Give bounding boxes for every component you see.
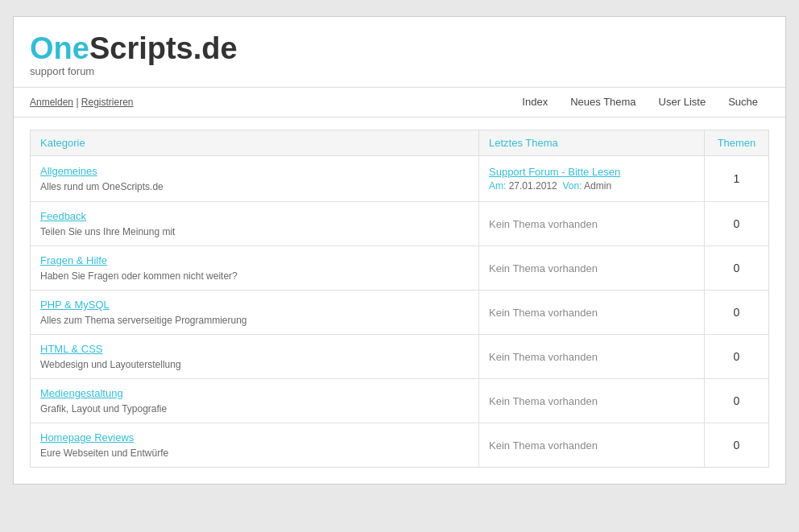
nav-user-liste[interactable]: User Liste xyxy=(648,87,718,118)
no-topic-text: Kein Thema vorhanden xyxy=(489,262,598,274)
no-topic-text: Kein Thema vorhanden xyxy=(489,439,598,452)
category-name[interactable]: HTML & CSS xyxy=(40,343,469,355)
table-row: Homepage ReviewsEure Webseiten und Entwü… xyxy=(31,423,769,468)
table-row: PHP & MySQLAlles zum Thema serverseitige… xyxy=(31,291,769,335)
last-topic-meta: Am: 27.01.2012 Von: Admin xyxy=(489,180,694,192)
category-name[interactable]: Fragen & Hilfe xyxy=(40,254,469,266)
main-nav: Index Neues Thema User Liste Suche xyxy=(511,87,769,118)
th-letztes: Letztes Thema xyxy=(479,130,705,156)
anmelden-link[interactable]: Anmelden xyxy=(30,97,73,108)
last-topic-link[interactable]: Support Forum - Bitte Lesen xyxy=(489,166,620,178)
navbar: Anmelden | Registrieren Index Neues Them… xyxy=(14,87,785,118)
forum-table: Kategorie Letztes Thema Themen Allgemein… xyxy=(30,130,769,468)
table-row: AllgemeinesAlles rund um OneScripts.deSu… xyxy=(31,156,769,202)
themen-count: 0 xyxy=(705,423,769,468)
last-topic-cell: Kein Thema vorhanden xyxy=(479,202,705,246)
logo-subtitle: support forum xyxy=(30,65,238,77)
nav-neues-thema[interactable]: Neues Thema xyxy=(559,87,647,118)
site-logo: OneScripts.de support forum xyxy=(30,33,238,77)
category-name[interactable]: Feedback xyxy=(40,210,469,222)
logo-scripts: Scripts.de xyxy=(89,31,238,65)
themen-count: 1 xyxy=(705,156,769,202)
table-row: FeedbackTeilen Sie uns Ihre Meinung mitK… xyxy=(31,202,769,246)
logo-one: One xyxy=(30,31,89,65)
nav-auth: Anmelden | Registrieren xyxy=(30,97,134,108)
last-topic-cell: Support Forum - Bitte LesenAm: 27.01.201… xyxy=(479,156,705,202)
themen-count: 0 xyxy=(705,335,769,379)
last-topic-cell: Kein Thema vorhanden xyxy=(479,423,705,468)
category-desc: Eure Webseiten und Entwürfe xyxy=(40,447,168,459)
category-name[interactable]: Allgemeines xyxy=(40,165,469,177)
category-name[interactable]: Homepage Reviews xyxy=(40,431,469,443)
no-topic-text: Kein Thema vorhanden xyxy=(489,351,598,363)
last-topic-cell: Kein Thema vorhanden xyxy=(479,246,705,291)
themen-count: 0 xyxy=(705,291,769,335)
table-row: HTML & CSSWebdesign und Layouterstellung… xyxy=(31,335,769,379)
table-row: Fragen & HilfeHaben Sie Fragen oder komm… xyxy=(31,246,769,291)
themen-count: 0 xyxy=(705,202,769,246)
category-desc: Haben Sie Fragen oder kommen nicht weite… xyxy=(40,270,238,282)
category-desc: Alles rund um OneScripts.de xyxy=(40,181,164,192)
no-topic-text: Kein Thema vorhanden xyxy=(489,307,598,319)
last-topic-cell: Kein Thema vorhanden xyxy=(479,379,705,423)
registrieren-link[interactable]: Registrieren xyxy=(81,97,134,108)
category-name[interactable]: Mediengestaltung xyxy=(40,387,469,399)
meta-von-label: Von: xyxy=(562,180,582,192)
category-name[interactable]: PHP & MySQL xyxy=(40,299,469,311)
category-desc: Teilen Sie uns Ihre Meinung mit xyxy=(40,226,175,237)
category-desc: Webdesign und Layouterstellung xyxy=(40,359,181,370)
category-desc: Grafik, Layout und Typografie xyxy=(40,403,167,414)
table-row: MediengestaltungGrafik, Layout und Typog… xyxy=(31,379,769,423)
no-topic-text: Kein Thema vorhanden xyxy=(489,395,598,407)
category-desc: Alles zum Thema serverseitige Programmie… xyxy=(40,315,247,326)
last-topic-cell: Kein Thema vorhanden xyxy=(479,335,705,379)
themen-count: 0 xyxy=(705,379,769,423)
th-kategorie: Kategorie xyxy=(31,130,479,156)
main-content: Kategorie Letztes Thema Themen Allgemein… xyxy=(14,130,785,484)
themen-count: 0 xyxy=(705,246,769,291)
th-themen: Themen xyxy=(705,130,769,156)
last-topic-cell: Kein Thema vorhanden xyxy=(479,291,705,335)
nav-index[interactable]: Index xyxy=(511,87,559,118)
nav-suche[interactable]: Suche xyxy=(717,87,769,118)
meta-am-label: Am: xyxy=(489,180,506,192)
no-topic-text: Kein Thema vorhanden xyxy=(489,218,598,230)
